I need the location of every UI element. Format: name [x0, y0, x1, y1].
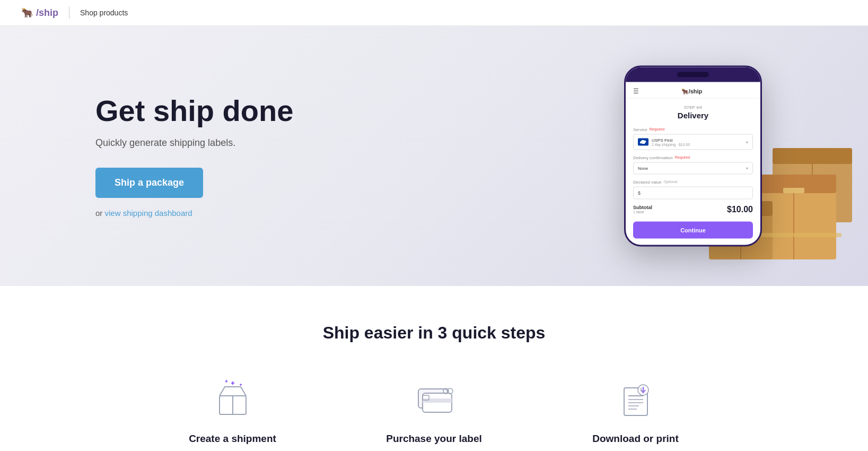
nav-shop-products[interactable]: Shop products: [80, 8, 128, 17]
steps-section-title: Ship easier in 3 quick steps: [21, 323, 847, 343]
delivery-confirmation-value: None: [638, 166, 648, 171]
service-select[interactable]: USPS First 2 day shipping · $10.00 ▾: [633, 134, 753, 150]
purchase-label-icon: [413, 377, 455, 420]
hero-section: Get ship done Quickly generate shipping …: [0, 26, 868, 286]
shipping-dashboard-link[interactable]: view shipping dashboard: [105, 209, 192, 218]
subtotal-info: Subtotal 1 label: [633, 205, 652, 214]
delivery-confirmation-chevron-icon: ▾: [746, 166, 748, 171]
phone-notch-pill: [677, 72, 709, 77]
header: 🐂 /ship Shop products: [0, 0, 868, 26]
phone-step-label: STEP 4/4: [633, 105, 753, 110]
delivery-confirmation-select[interactable]: None ▾: [633, 162, 753, 175]
create-shipment-icon-wrapper: [209, 375, 257, 422]
step-3-title: Download or print: [592, 433, 679, 445]
steps-section: Ship easier in 3 quick steps: [0, 286, 868, 451]
phone-section-title: Delivery: [633, 111, 753, 120]
logo[interactable]: 🐂 /ship: [21, 7, 58, 19]
logo-slash: /ship: [36, 7, 58, 18]
step-card-purchase-label: Purchase your label Enter a payment meth…: [355, 375, 514, 451]
ship-package-button[interactable]: Ship a package: [95, 168, 203, 198]
header-divider: [69, 6, 69, 19]
create-shipment-icon: [212, 377, 254, 420]
hero-link-prefix: or: [95, 209, 102, 218]
declared-value-label: Declared value Optional: [633, 180, 753, 185]
svg-rect-23: [423, 398, 452, 403]
usps-icon: [638, 138, 648, 146]
steps-grid: Create a shipment Enter shipping info, p…: [116, 375, 752, 451]
phone-app-header: ☰ 🐂/ship: [626, 82, 760, 99]
service-info: USPS First 2 day shipping · $10.00: [652, 138, 690, 146]
phone-continue-button[interactable]: Continue: [633, 222, 753, 239]
declared-value-input[interactable]: $: [633, 187, 753, 200]
phone-logo: 🐂/ship: [681, 88, 703, 94]
service-select-inner: USPS First 2 day shipping · $10.00: [638, 138, 690, 146]
logo-animal-icon: 🐂: [21, 7, 33, 19]
service-chevron-icon: ▾: [746, 140, 748, 144]
step-card-create-shipment: Create a shipment Enter shipping info, p…: [153, 375, 312, 451]
phone-body: STEP 4/4 Delivery Service Required USPS …: [626, 99, 760, 245]
logo-text: /ship: [36, 7, 58, 19]
svg-rect-6: [783, 188, 804, 193]
subtotal-amount: $10.00: [727, 205, 753, 214]
step-2-title: Purchase your label: [386, 433, 482, 445]
phone-frame: ☰ 🐂/ship STEP 4/4 Delivery Service Requi…: [624, 66, 762, 247]
step-1-title: Create a shipment: [189, 433, 276, 445]
subtotal-row: Subtotal 1 label $10.00: [633, 205, 753, 214]
usps-eagle: [640, 140, 646, 144]
step-card-download-print: Download or print Print instantly, or do…: [556, 375, 715, 451]
phone-hamburger-icon: ☰: [633, 88, 639, 95]
phone-mockup: ☰ 🐂/ship STEP 4/4 Delivery Service Requi…: [624, 66, 762, 247]
download-print-icon-wrapper: [612, 375, 660, 422]
declared-value-dollar: $: [638, 190, 641, 196]
purchase-label-icon-wrapper: [410, 375, 458, 422]
phone-notch: [626, 67, 760, 82]
subtotal-label: Subtotal: [633, 205, 652, 210]
service-detail: 2 day shipping · $10.00: [652, 143, 690, 146]
download-print-icon: [615, 377, 657, 420]
subtotal-sublabel: 1 label: [633, 210, 652, 214]
delivery-confirmation-label: Delivery confirmation Required: [633, 155, 753, 160]
service-name: USPS First: [652, 138, 690, 143]
service-field-label: Service Required: [633, 127, 753, 132]
